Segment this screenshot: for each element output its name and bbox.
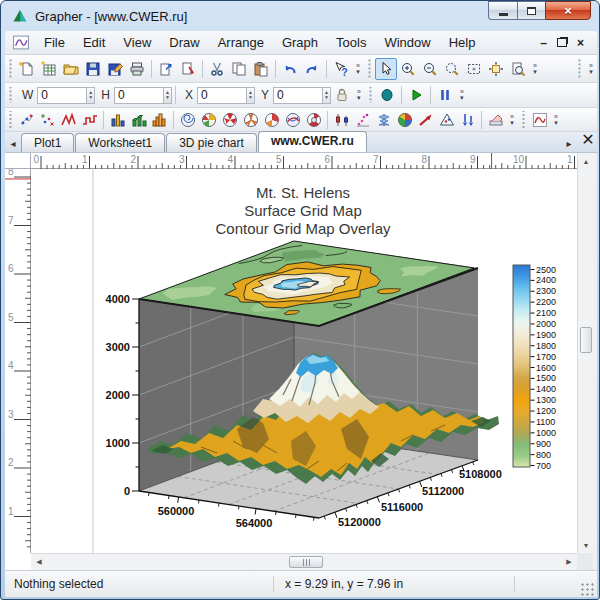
toolbar-overflow-button[interactable]: »▾ — [506, 109, 518, 131]
polar-bar-button[interactable] — [303, 109, 324, 130]
bar-chart-button[interactable] — [107, 109, 128, 130]
horizontal-scrollbar[interactable]: ◀ ▶ — [31, 553, 577, 570]
menu-help[interactable]: Help — [440, 32, 485, 53]
histogram-button[interactable] — [149, 109, 170, 130]
menu-graph[interactable]: Graph — [273, 32, 327, 53]
horizontal-scroll-thumb[interactable] — [289, 556, 323, 568]
open-button[interactable] — [60, 58, 82, 80]
eraser-button[interactable] — [485, 109, 506, 130]
scroll-down-icon[interactable]: ▼ — [578, 537, 594, 553]
paste-button[interactable] — [250, 58, 272, 80]
close-button[interactable]: × — [545, 1, 591, 20]
print-button[interactable] — [126, 58, 148, 80]
toolbar-overflow-button[interactable]: »▾ — [585, 58, 597, 80]
cut-button[interactable] — [206, 58, 228, 80]
line-graph-button[interactable] — [529, 109, 550, 130]
export-button[interactable] — [155, 58, 177, 80]
menu-tools[interactable]: Tools — [327, 32, 375, 53]
pause-button[interactable] — [434, 84, 456, 106]
import-button[interactable] — [177, 58, 199, 80]
new-button[interactable] — [16, 58, 38, 80]
wind-rose-button[interactable] — [240, 109, 261, 130]
undo-button[interactable] — [279, 58, 301, 80]
prop-h-stepper[interactable]: ▲▼ — [164, 87, 172, 104]
tab-plot1[interactable]: Plot1 — [21, 133, 74, 152]
redo-button[interactable] — [301, 58, 323, 80]
tab-www-cwer-ru[interactable]: www.CWER.ru — [258, 131, 367, 152]
prop-x-stepper[interactable]: ▲▼ — [247, 87, 255, 104]
tab-scroll-right-button[interactable]: ▸ — [561, 138, 577, 152]
minimize-button[interactable] — [488, 1, 517, 20]
save-button[interactable] — [82, 58, 104, 80]
prop-h-input[interactable] — [114, 87, 164, 104]
zoom-out-button[interactable] — [419, 58, 441, 80]
rose-plot-button[interactable] — [219, 109, 240, 130]
toolbar-overflow-button[interactable]: »▾ — [353, 84, 365, 106]
save-as-button[interactable] — [104, 58, 126, 80]
vertical-scrollbar[interactable]: ▲ ▼ — [577, 153, 593, 553]
ternary-plot-button[interactable] — [436, 109, 457, 130]
zoom-in-button[interactable] — [397, 58, 419, 80]
toolbar-grip[interactable] — [368, 87, 373, 104]
resize-grip[interactable] — [581, 583, 595, 597]
stiff-plot-button[interactable] — [373, 109, 394, 130]
toolbar-grip[interactable] — [367, 59, 372, 78]
prop-x-input[interactable] — [197, 87, 247, 104]
polar-clock-button[interactable] — [261, 109, 282, 130]
bar-3d-button[interactable] — [128, 109, 149, 130]
whats-this-button[interactable]: ? — [330, 58, 352, 80]
zoom-rect-button[interactable] — [463, 58, 485, 80]
mdi-restore-button[interactable] — [557, 38, 567, 47]
toolbar-overflow-button[interactable]: »▾ — [352, 58, 364, 80]
vertical-scroll-thumb[interactable] — [580, 327, 592, 353]
mdi-minimize-button[interactable]: – — [535, 36, 552, 50]
menu-draw[interactable]: Draw — [160, 32, 208, 53]
dot-plot-button[interactable] — [352, 109, 373, 130]
scatter-button[interactable] — [16, 109, 37, 130]
toolbar-overflow-button[interactable]: »▾ — [529, 58, 541, 80]
play-button[interactable] — [405, 84, 427, 106]
record-button[interactable] — [376, 84, 398, 106]
copy-button[interactable] — [228, 58, 250, 80]
fit-page-button[interactable] — [485, 58, 507, 80]
scroll-left-icon[interactable]: ◀ — [31, 554, 47, 570]
tab-scroll-left-button[interactable]: ◂ — [5, 138, 21, 152]
prop-y-stepper[interactable]: ▲▼ — [323, 87, 331, 104]
maximize-button[interactable] — [517, 1, 545, 20]
menu-window[interactable]: Window — [375, 32, 439, 53]
menu-file[interactable]: File — [35, 32, 74, 53]
mdi-close-button[interactable]: × — [572, 36, 589, 50]
pointer-button[interactable] — [375, 58, 397, 80]
menu-view[interactable]: View — [114, 32, 160, 53]
lock-button[interactable] — [331, 84, 353, 106]
tab-3d-pie-chart[interactable]: 3D pie chart — [166, 133, 257, 152]
prop-w-stepper[interactable]: ▲▼ — [87, 87, 95, 104]
vector-plot-button[interactable] — [415, 109, 436, 130]
new-worksheet-button[interactable] — [38, 58, 60, 80]
step-plot-button[interactable] — [79, 109, 100, 130]
zoom-page-button[interactable] — [507, 58, 529, 80]
toolbar-grip[interactable] — [8, 111, 13, 127]
line-plot-button[interactable] — [58, 109, 79, 130]
toolbar-grip[interactable] — [521, 111, 526, 127]
tab-close-button[interactable]: ✕ — [579, 130, 597, 152]
menu-edit[interactable]: Edit — [74, 32, 114, 53]
prop-w-input[interactable] — [37, 87, 87, 104]
toolbar-grip[interactable] — [8, 87, 13, 104]
zoom-window-button[interactable] — [441, 58, 463, 80]
menu-arrange[interactable]: Arrange — [209, 32, 273, 53]
polar-function-button[interactable] — [282, 109, 303, 130]
toolbar-grip[interactable] — [577, 59, 582, 78]
box-whisker-button[interactable] — [331, 109, 352, 130]
prop-y-input[interactable] — [273, 87, 323, 104]
toolbar-overflow-button[interactable]: »▾ — [550, 109, 562, 131]
toolbar-overflow-button[interactable]: »▾ — [456, 84, 468, 106]
toolbar-grip[interactable] — [8, 59, 13, 78]
function-plot-button[interactable] — [37, 109, 58, 130]
scroll-up-icon[interactable]: ▲ — [578, 153, 594, 169]
drawing-canvas[interactable]: Mt. St. Helens Surface Grid Map Contour … — [31, 169, 577, 553]
document-chart-icon[interactable] — [11, 34, 31, 51]
drop-plot-button[interactable] — [457, 109, 478, 130]
tab-worksheet1[interactable]: Worksheet1 — [75, 133, 165, 152]
polar-plot-button[interactable] — [198, 109, 219, 130]
